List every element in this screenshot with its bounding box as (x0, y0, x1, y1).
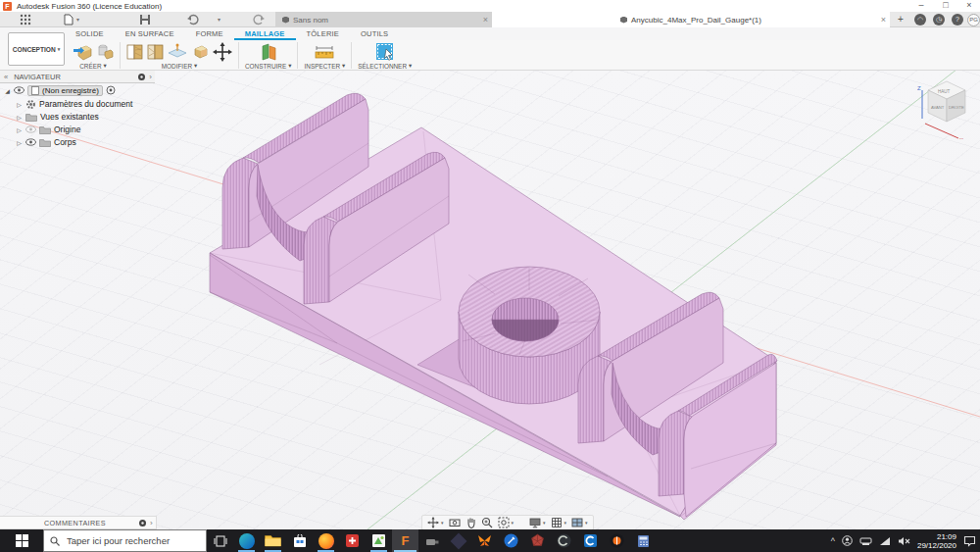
erase-mesh-icon[interactable] (191, 43, 209, 61)
tree-collapsed-icon[interactable]: ▷ (16, 126, 23, 133)
view-cube[interactable]: Z X HAUT AVANT DROITE (911, 71, 980, 139)
taskbar-app-cura[interactable] (577, 529, 604, 552)
caret-icon[interactable]: ▾ (564, 520, 567, 526)
plane-cut-icon[interactable] (168, 43, 187, 61)
activate-target-icon[interactable] (106, 85, 116, 95)
action-center-icon[interactable] (963, 535, 976, 547)
document-root-pill[interactable]: (Non enregistré) (27, 85, 103, 96)
remesh-icon[interactable] (126, 43, 143, 61)
fit-zoom-icon[interactable] (498, 517, 510, 528)
task-view-button[interactable] (207, 529, 233, 552)
save-icon[interactable] (139, 14, 151, 25)
tray-network-icon[interactable] (879, 536, 891, 546)
tree-collapsed-icon[interactable]: ▷ (16, 101, 23, 108)
tray-user-icon[interactable] (842, 535, 853, 546)
group-label-inspecter[interactable]: INSPECTER▾ (304, 62, 345, 70)
taskbar-app-firefox[interactable] (313, 529, 339, 552)
taskbar-app-blue-tool[interactable] (498, 529, 524, 552)
taskbar-app-green-editor[interactable] (366, 529, 392, 552)
tab-close-icon[interactable]: × (881, 14, 886, 25)
taskbar-app-edge[interactable] (233, 529, 260, 552)
caret-icon[interactable]: ▾ (543, 520, 546, 526)
search-input[interactable] (65, 534, 192, 547)
tab-close-icon[interactable]: × (483, 14, 488, 25)
mesh-model-scene[interactable] (0, 71, 980, 529)
insert-mesh-icon[interactable] (73, 43, 92, 61)
pan-hand-icon[interactable] (466, 517, 476, 528)
taskbar-clock[interactable]: 21:09 29/12/2020 (917, 532, 956, 550)
select-icon[interactable] (375, 42, 395, 62)
group-label-selectionner[interactable]: SÉLECTIONNER▾ (358, 62, 412, 70)
taskbar-search[interactable] (43, 529, 207, 552)
extensions-icon[interactable]: ◠ (914, 14, 926, 25)
user-avatar[interactable]: PG (967, 14, 980, 26)
taskbar-app-fusion-360[interactable]: F (392, 529, 418, 552)
tree-item-bodies[interactable]: ▷ Corps (16, 136, 76, 148)
collapse-panel-icon[interactable]: « (4, 73, 8, 81)
grid-settings-icon[interactable] (551, 517, 563, 528)
visibility-eye-off-icon[interactable] (25, 125, 36, 133)
undo-caret[interactable]: ▾ (218, 16, 220, 23)
create-mesh-icon[interactable] (96, 43, 114, 61)
taskbar-app-gray-utility[interactable] (418, 529, 445, 552)
tray-device-icon[interactable] (859, 536, 872, 546)
undo-icon[interactable] (186, 14, 199, 25)
tree-expanded-icon[interactable]: ◢ (4, 87, 11, 94)
minimize-button[interactable]: – (911, 0, 931, 12)
doc-tab-sans-nom[interactable]: Sans nom × (275, 12, 492, 27)
job-status-icon[interactable]: ◷ (933, 14, 945, 25)
move-icon[interactable] (213, 42, 232, 62)
caret-icon[interactable]: ▾ (585, 520, 588, 526)
viewports-icon[interactable] (571, 517, 583, 528)
taskbar-app-inkscape[interactable] (445, 529, 471, 552)
close-button[interactable]: × (959, 0, 979, 12)
expand-panel-icon[interactable]: › (149, 73, 152, 81)
navigator-settings-icon[interactable] (137, 73, 146, 81)
construction-plane-icon[interactable] (259, 43, 278, 61)
file-menu-caret[interactable]: ▾ (76, 16, 79, 23)
tab-forme[interactable]: FORME (185, 27, 234, 40)
file-menu-icon[interactable] (64, 14, 74, 25)
tree-item-origin[interactable]: ▷ Origine (16, 124, 80, 135)
measure-icon[interactable] (314, 44, 335, 60)
comments-panel[interactable]: COMMENTAIRES › (0, 516, 157, 529)
tree-collapsed-icon[interactable]: ▷ (16, 139, 23, 146)
group-label-modifier[interactable]: MODIFIER▾ (162, 62, 197, 70)
tray-volume-muted-icon[interactable] (898, 536, 910, 546)
taskbar-app-microsoft-store[interactable] (286, 529, 313, 552)
tab-outils[interactable]: OUTILS (350, 27, 399, 40)
new-tab-button[interactable]: + (894, 13, 907, 26)
display-settings-icon[interactable] (529, 517, 541, 528)
mesh-body-model[interactable] (210, 93, 777, 520)
tab-maillage[interactable]: MAILLAGE (234, 27, 296, 40)
redo-icon[interactable] (253, 14, 266, 25)
maximize-button[interactable]: □ (936, 0, 956, 12)
tab-tolerie[interactable]: TÔLERIE (296, 27, 351, 40)
taskbar-app-butterfly[interactable] (471, 529, 498, 552)
workspace-selector[interactable]: CONCEPTION ▾ (8, 32, 65, 66)
taskbar-app-file-explorer[interactable] (260, 529, 286, 552)
start-button[interactable] (0, 529, 43, 552)
taskbar-app-calculator[interactable] (630, 529, 657, 552)
help-icon[interactable]: ? (952, 14, 963, 25)
caret-icon[interactable]: ▾ (512, 520, 514, 526)
tab-en-surface[interactable]: EN SURFACE (115, 27, 185, 40)
caret-icon[interactable]: ▾ (441, 520, 444, 526)
comments-settings-icon[interactable] (138, 519, 147, 527)
tree-item-named-views[interactable]: ▷ Vues existantes (16, 111, 99, 123)
taskbar-app-meshlab[interactable] (524, 529, 551, 552)
taskbar-app-red-utility[interactable] (339, 529, 366, 552)
orbit-pan-icon[interactable] (427, 517, 439, 528)
taskbar-app-orange-slicer[interactable] (604, 529, 630, 552)
look-at-icon[interactable] (449, 517, 461, 528)
tab-solide[interactable]: SOLIDE (65, 27, 115, 40)
tree-collapsed-icon[interactable]: ▷ (16, 114, 23, 121)
hidden-icons-chevron[interactable]: ^ (831, 536, 835, 546)
visibility-eye-icon[interactable] (25, 138, 36, 146)
group-label-creer[interactable]: CRÉER▾ (79, 62, 107, 70)
reduce-icon[interactable] (147, 43, 164, 61)
tree-item-document-root[interactable]: ◢ (Non enregistré) (4, 84, 116, 96)
doc-tab-anycubic[interactable]: Anycubic_4Max_Pro_Dail_Gauge*(1) × (492, 12, 890, 27)
zoom-icon[interactable] (481, 517, 493, 528)
expand-panel-icon[interactable]: › (150, 519, 153, 527)
